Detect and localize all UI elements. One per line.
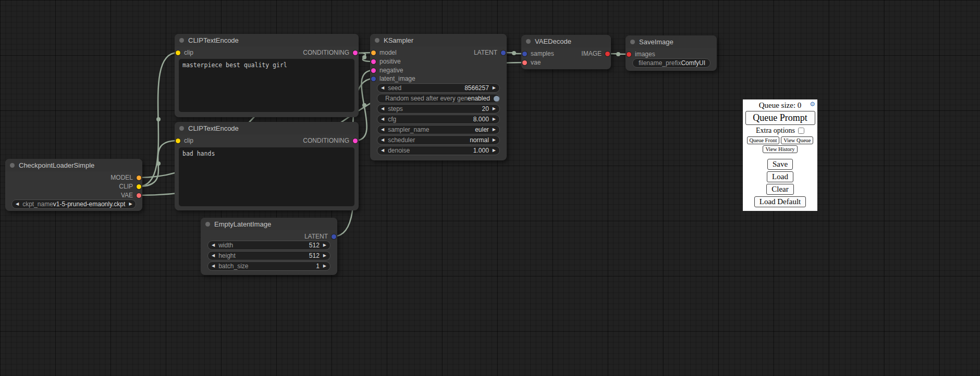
increment-arrow-icon[interactable]: ▶	[493, 148, 496, 153]
input-slot-model[interactable]: model	[371, 48, 397, 57]
view-queue-button[interactable]: View Queue	[781, 136, 813, 144]
slot-dot-clip[interactable]	[137, 184, 141, 189]
collapse-dot-icon[interactable]	[630, 40, 635, 44]
node-vae-decode[interactable]: VAEDecode samples IMAGE vae	[521, 35, 611, 69]
slot-dot-clip[interactable]	[176, 139, 180, 143]
widget-random-seed-toggle[interactable]: Random seed after every gen enabled	[377, 94, 500, 103]
increment-arrow-icon[interactable]: ▶	[323, 243, 326, 247]
output-slot-image[interactable]: IMAGE	[581, 49, 610, 58]
input-slot-negative[interactable]: negative	[371, 66, 403, 74]
node-clip-text-encode-negative[interactable]: CLIPTextEncode clip CONDITIONING bad han…	[175, 122, 359, 210]
increment-arrow-icon[interactable]: ▶	[493, 138, 496, 142]
extra-options-checkbox[interactable]	[798, 128, 804, 134]
increment-arrow-icon[interactable]: ▶	[323, 254, 326, 258]
slot-dot-conditioning[interactable]	[353, 51, 358, 55]
slot-dot-vae[interactable]	[137, 193, 141, 198]
slot-dot-conditioning[interactable]	[371, 68, 376, 73]
save-button[interactable]: Save	[767, 159, 793, 170]
slot-dot-image[interactable]	[627, 52, 631, 57]
output-slot-conditioning[interactable]: CONDITIONING	[303, 48, 358, 57]
input-slot-clip[interactable]: clip	[176, 48, 193, 57]
slot-dot-latent[interactable]	[501, 51, 506, 55]
prompt-textarea[interactable]: bad hands	[179, 147, 354, 206]
decrement-arrow-icon[interactable]: ◀	[381, 86, 384, 90]
input-slot-samples[interactable]: samples	[522, 49, 554, 58]
widget-ckpt-name[interactable]: ◀ ckpt_name v1-5-pruned-emaonly.ckpt ▶	[11, 199, 136, 209]
widget-height[interactable]: ◀ height 512 ▶	[207, 251, 330, 260]
node-titlebar[interactable]: EmptyLatentImage	[201, 218, 337, 230]
queue-prompt-button[interactable]: Queue Prompt	[745, 111, 815, 125]
widget-scheduler[interactable]: ◀ scheduler normal ▶	[377, 135, 500, 145]
node-checkpoint-loader[interactable]: CheckpointLoaderSimple MODEL CLIP VAE ◀ …	[5, 159, 142, 211]
slot-dot-model[interactable]	[371, 51, 376, 55]
node-titlebar[interactable]: SaveImage	[626, 35, 717, 48]
collapse-dot-icon[interactable]	[375, 38, 379, 43]
decrement-arrow-icon[interactable]: ◀	[16, 202, 19, 206]
prompt-textarea[interactable]: masterpiece best quality girl	[179, 59, 354, 112]
node-empty-latent-image[interactable]: EmptyLatentImage LATENT ◀ width 512 ▶ ◀ …	[201, 218, 337, 275]
toggle-knob-icon[interactable]	[494, 96, 499, 102]
output-slot-vae[interactable]: VAE	[121, 191, 141, 199]
slot-dot-image[interactable]	[605, 52, 610, 56]
widget-width[interactable]: ◀ width 512 ▶	[207, 241, 330, 250]
output-slot-latent[interactable]: LATENT	[304, 232, 336, 241]
widget-denoise[interactable]: ◀ denoise 1.000 ▶	[377, 146, 500, 155]
input-slot-clip[interactable]: clip	[176, 136, 193, 145]
output-slot-model[interactable]: MODEL	[111, 173, 141, 182]
decrement-arrow-icon[interactable]: ◀	[381, 128, 384, 132]
node-titlebar[interactable]: CheckpointLoaderSimple	[5, 159, 142, 171]
collapse-dot-icon[interactable]	[205, 222, 210, 227]
increment-arrow-icon[interactable]: ▶	[323, 264, 326, 268]
node-titlebar[interactable]: VAEDecode	[521, 35, 611, 47]
decrement-arrow-icon[interactable]: ◀	[212, 264, 215, 268]
widget-filename-prefix[interactable]: filename_prefix ComfyUI	[632, 58, 710, 68]
widget-cfg[interactable]: ◀ cfg 8.000 ▶	[377, 115, 500, 124]
node-ksampler[interactable]: KSampler model LATENT positive negative …	[370, 34, 507, 160]
input-slot-latent-image[interactable]: latent_image	[371, 74, 415, 83]
settings-gear-icon[interactable]: ⚙	[810, 101, 815, 107]
widget-seed[interactable]: ◀ seed 8566257 ▶	[377, 83, 500, 93]
clear-button[interactable]: Clear	[766, 184, 793, 195]
increment-arrow-icon[interactable]: ▶	[493, 86, 496, 90]
slot-dot-clip[interactable]	[176, 51, 180, 55]
output-slot-clip[interactable]: CLIP	[119, 182, 141, 191]
input-slot-images[interactable]: images	[627, 50, 655, 58]
increment-arrow-icon[interactable]: ▶	[493, 128, 496, 132]
decrement-arrow-icon[interactable]: ◀	[381, 148, 384, 153]
slot-dot-latent[interactable]	[332, 234, 336, 239]
queue-front-button[interactable]: Queue Front	[747, 136, 780, 144]
output-slot-conditioning[interactable]: CONDITIONING	[303, 136, 358, 145]
widget-steps[interactable]: ◀ steps 20 ▶	[377, 104, 500, 114]
decrement-arrow-icon[interactable]: ◀	[381, 107, 384, 111]
slot-dot-conditioning[interactable]	[353, 139, 358, 143]
increment-arrow-icon[interactable]: ▶	[493, 117, 496, 121]
load-default-button[interactable]: Load Default	[754, 196, 806, 207]
collapse-dot-icon[interactable]	[526, 39, 531, 44]
increment-arrow-icon[interactable]: ▶	[129, 202, 132, 206]
slot-dot-latent[interactable]	[371, 77, 376, 81]
widget-batch-size[interactable]: ◀ batch_size 1 ▶	[207, 261, 330, 271]
decrement-arrow-icon[interactable]: ◀	[212, 254, 215, 258]
node-clip-text-encode-positive[interactable]: CLIPTextEncode clip CONDITIONING masterp…	[175, 34, 359, 117]
graph-canvas[interactable]: CheckpointLoaderSimple MODEL CLIP VAE ◀ …	[0, 0, 980, 376]
increment-arrow-icon[interactable]: ▶	[493, 107, 496, 111]
node-titlebar[interactable]: CLIPTextEncode	[175, 34, 359, 46]
slot-dot-latent[interactable]	[522, 52, 527, 56]
slot-dot-vae[interactable]	[522, 60, 527, 65]
decrement-arrow-icon[interactable]: ◀	[381, 138, 384, 142]
view-history-button[interactable]: View History	[763, 145, 797, 153]
node-save-image[interactable]: SaveImage images filename_prefix ComfyUI	[626, 35, 717, 71]
collapse-dot-icon[interactable]	[179, 126, 184, 131]
load-button[interactable]: Load	[767, 171, 793, 182]
collapse-dot-icon[interactable]	[10, 163, 15, 168]
decrement-arrow-icon[interactable]: ◀	[212, 243, 215, 247]
node-titlebar[interactable]: KSampler	[370, 34, 507, 46]
collapse-dot-icon[interactable]	[179, 38, 184, 43]
input-slot-vae[interactable]: vae	[522, 58, 541, 67]
slot-dot-conditioning[interactable]	[371, 59, 376, 64]
slot-dot-model[interactable]	[137, 176, 141, 180]
output-slot-latent[interactable]: LATENT	[474, 48, 506, 57]
input-slot-positive[interactable]: positive	[371, 57, 401, 66]
widget-sampler-name[interactable]: ◀ sampler_name euler ▶	[377, 125, 500, 134]
decrement-arrow-icon[interactable]: ◀	[381, 117, 384, 121]
